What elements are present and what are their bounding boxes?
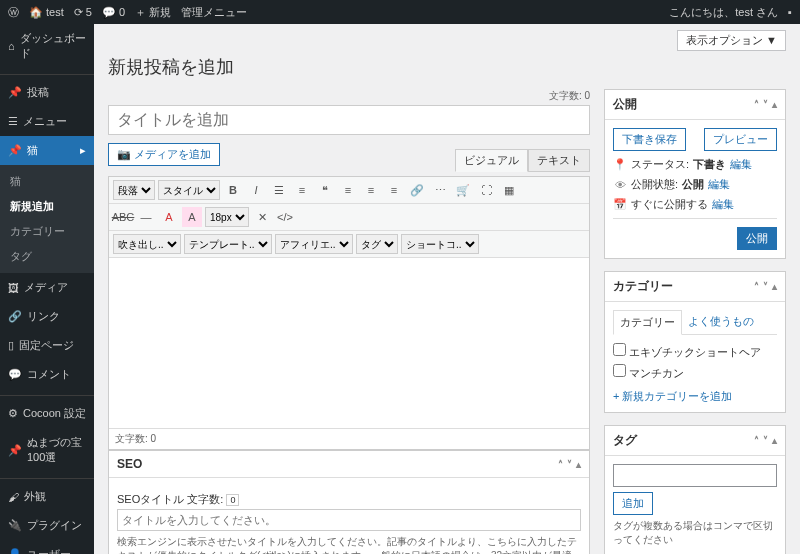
cat-item-1[interactable]: マンチカン <box>613 362 777 383</box>
cat-checkbox[interactable] <box>613 364 626 377</box>
menu-pages[interactable]: ▯固定ページ <box>0 331 94 360</box>
edit-visibility[interactable]: 編集 <box>708 177 730 192</box>
tag-help: タグが複数ある場合はコンマで区切ってください <box>613 519 777 547</box>
save-draft-button[interactable]: 下書き保存 <box>613 128 686 151</box>
chevron-down-icon[interactable]: ˅ <box>763 281 768 292</box>
chevron-up-icon[interactable]: ˄ <box>754 99 759 110</box>
publish-heading: 公開 <box>613 96 637 113</box>
calendar-icon: 📅 <box>613 198 627 211</box>
menu-menu[interactable]: ☰メニュー <box>0 107 94 136</box>
link-button[interactable]: 🔗 <box>407 180 427 200</box>
align-center-button[interactable]: ≡ <box>361 180 381 200</box>
collapse-icon[interactable]: ▴ <box>772 435 777 446</box>
chevron-down-icon[interactable]: ˅ <box>763 99 768 110</box>
submenu-tag[interactable]: タグ <box>0 244 94 269</box>
hr-button[interactable]: — <box>136 207 156 227</box>
chevron-up-icon[interactable]: ˄ <box>754 435 759 446</box>
admin-sidebar: ⌂ダッシュボード 📌投稿 ☰メニュー 📌猫▸ 猫 新規追加 カテゴリー タグ 🖼… <box>0 24 94 554</box>
seo-box: SEO˄˅▴ SEOタイトル 文字数: 0 検索エンジンに表示させたいタイトルを… <box>108 450 590 554</box>
preview-button[interactable]: プレビュー <box>704 128 777 151</box>
wp-logo-icon[interactable]: ⓦ <box>8 5 19 20</box>
italic-button[interactable]: I <box>246 180 266 200</box>
edit-status[interactable]: 編集 <box>730 157 752 172</box>
submenu-cat[interactable]: カテゴリー <box>0 219 94 244</box>
updates-icon[interactable]: ⟳ 5 <box>74 6 92 19</box>
manage-menu[interactable]: 管理メニュー <box>181 5 247 20</box>
editor-body[interactable] <box>109 258 589 428</box>
tab-visual[interactable]: ビジュアル <box>455 149 528 172</box>
cat-tab-popular[interactable]: よく使うもの <box>682 310 760 334</box>
fullscreen-button[interactable]: ⛶ <box>476 180 496 200</box>
balloon-select[interactable]: 吹き出し.. <box>113 234 181 254</box>
align-right-button[interactable]: ≡ <box>384 180 404 200</box>
cat-item-0[interactable]: エキゾチックショートヘア <box>613 341 777 362</box>
add-category-link[interactable]: + 新規カテゴリーを追加 <box>613 389 777 404</box>
chevron-up-icon[interactable]: ˄ <box>754 281 759 292</box>
submenu-all[interactable]: 猫 <box>0 169 94 194</box>
tab-text[interactable]: テキスト <box>528 149 590 172</box>
style-select[interactable]: スタイル <box>158 180 220 200</box>
collapse-icon[interactable]: ▴ <box>772 99 777 110</box>
quote-button[interactable]: ❝ <box>315 180 335 200</box>
seo-title-input[interactable] <box>117 509 581 531</box>
menu-appearance[interactable]: 🖌外観 <box>0 482 94 511</box>
align-left-button[interactable]: ≡ <box>338 180 358 200</box>
edit-schedule[interactable]: 編集 <box>712 197 734 212</box>
editor-footer: 文字数: 0 <box>109 428 589 449</box>
publish-button[interactable]: 公開 <box>737 227 777 250</box>
toggle-toolbar-button[interactable]: ▦ <box>499 180 519 200</box>
ul-button[interactable]: ☰ <box>269 180 289 200</box>
menu-numazu[interactable]: 📌ぬまづの宝100選 <box>0 428 94 472</box>
color-button[interactable]: A <box>159 207 179 227</box>
add-tag-button[interactable]: 追加 <box>613 492 653 515</box>
collapse-icon[interactable]: ▴ <box>576 459 581 470</box>
chevron-up-icon[interactable]: ˄ <box>558 459 563 470</box>
collapse-icon[interactable]: ▴ <box>772 281 777 292</box>
avatar-icon[interactable]: ▪ <box>788 6 792 18</box>
menu-plugins[interactable]: 🔌プラグイン <box>0 511 94 540</box>
ol-button[interactable]: ≡ <box>292 180 312 200</box>
fontsize-select[interactable]: 18px <box>205 207 249 227</box>
tags-heading: タグ <box>613 432 637 449</box>
code-button[interactable]: </> <box>275 207 295 227</box>
clear-button[interactable]: ✕ <box>252 207 272 227</box>
menu-comments[interactable]: 💬コメント <box>0 360 94 389</box>
menu-users[interactable]: 👤ユーザー <box>0 540 94 554</box>
paragraph-select[interactable]: 段落 <box>113 180 155 200</box>
screen-options-button[interactable]: 表示オプション ▼ <box>677 30 786 51</box>
new-content[interactable]: ＋ 新規 <box>135 5 171 20</box>
post-title-input[interactable] <box>108 105 590 135</box>
bgcolor-button[interactable]: A <box>182 207 202 227</box>
shortcode-select[interactable]: ショートコ.. <box>401 234 479 254</box>
greeting[interactable]: こんにちは、test さん <box>669 5 778 20</box>
more-button[interactable]: ⋯ <box>430 180 450 200</box>
template-select[interactable]: テンプレート.. <box>184 234 272 254</box>
add-media-button[interactable]: 📷メディアを追加 <box>108 143 220 166</box>
media-icon: 📷 <box>117 148 131 161</box>
eye-icon: 👁 <box>613 179 627 191</box>
pin-icon: 📌 <box>8 444 22 457</box>
site-home[interactable]: 🏠 test <box>29 6 64 19</box>
chevron-down-icon[interactable]: ˅ <box>763 435 768 446</box>
affiliate-select[interactable]: アフィリエ.. <box>275 234 353 254</box>
cart-button[interactable]: 🛒 <box>453 180 473 200</box>
menu-dashboard[interactable]: ⌂ダッシュボード <box>0 24 94 68</box>
menu-posts[interactable]: 📌投稿 <box>0 78 94 107</box>
tags-box: タグ˄˅▴ 追加 タグが複数ある場合はコンマで区切ってください よく使われている… <box>604 425 786 554</box>
editor: 段落 スタイル B I ☰ ≡ ❝ ≡ ≡ ≡ 🔗 ⋯ 🛒 ⛶ <box>108 176 590 450</box>
tag-select[interactable]: タグ <box>356 234 398 254</box>
cat-tab-all[interactable]: カテゴリー <box>613 310 682 335</box>
bold-button[interactable]: B <box>223 180 243 200</box>
comments-icon[interactable]: 💬 0 <box>102 6 125 19</box>
menu-links[interactable]: 🔗リンク <box>0 302 94 331</box>
menu-media[interactable]: 🖼メディア <box>0 273 94 302</box>
menu-cocoon[interactable]: ⚙Cocoon 設定 <box>0 399 94 428</box>
strike-button[interactable]: ABC <box>113 207 133 227</box>
menu-cat[interactable]: 📌猫▸ <box>0 136 94 165</box>
tag-input[interactable] <box>613 464 777 487</box>
chevron-down-icon[interactable]: ˅ <box>567 459 572 470</box>
submenu-new[interactable]: 新規追加 <box>0 194 94 219</box>
cat-checkbox[interactable] <box>613 343 626 356</box>
comment-icon: 💬 <box>8 368 22 381</box>
seo-title-desc: 検索エンジンに表示させたいタイトルを入力してください。記事のタイトルより、こちら… <box>117 535 581 554</box>
